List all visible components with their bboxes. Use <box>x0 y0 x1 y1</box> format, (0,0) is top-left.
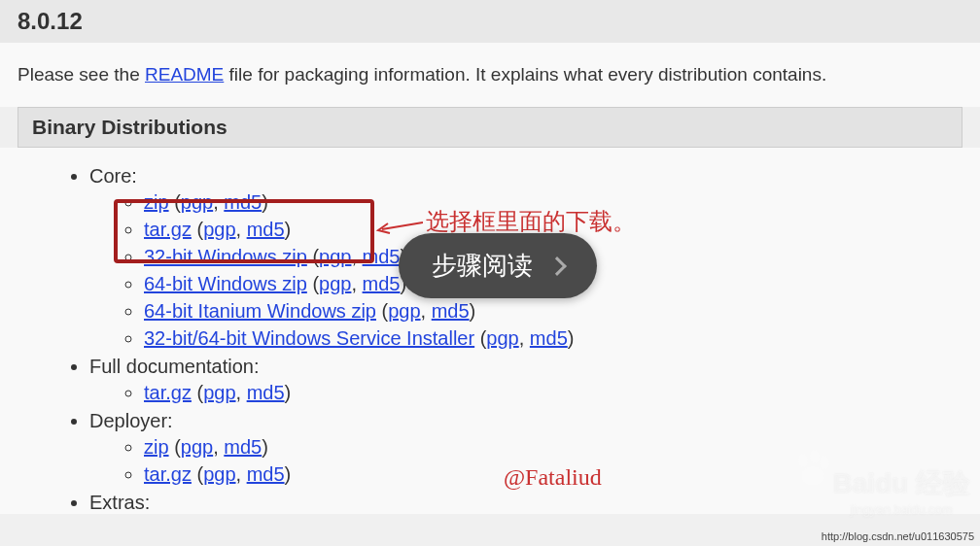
md5-link[interactable]: md5 <box>247 382 285 403</box>
author-handle: @Fataliud <box>504 464 602 491</box>
pgp-link[interactable]: pgp <box>181 436 213 458</box>
download-link-win64[interactable]: 64-bit Windows zip <box>144 273 307 294</box>
desc-prefix: Please see the <box>18 64 145 85</box>
list-item: zip (pgp, md5) <box>144 436 962 459</box>
md5-link[interactable]: md5 <box>363 273 401 294</box>
download-link-dep-targz[interactable]: tar.gz <box>144 463 192 485</box>
pgp-link[interactable]: pgp <box>203 463 235 485</box>
download-link-itanium[interactable]: 64-bit Itanium Windows zip <box>144 300 376 322</box>
md5-link[interactable]: md5 <box>530 327 568 349</box>
download-link-win32[interactable]: 32-bit Windows zip <box>144 246 307 267</box>
pgp-link[interactable]: pgp <box>319 246 351 267</box>
pgp-link[interactable]: pgp <box>486 327 518 349</box>
docs-items: tar.gz (pgp, md5) <box>144 382 962 404</box>
list-item: tar.gz (pgp, md5) <box>144 382 962 404</box>
baidu-paw-icon <box>793 449 832 488</box>
group-docs: Full documentation: tar.gz (pgp, md5) <box>89 356 962 404</box>
step-button-label: 步骤阅读 <box>432 249 533 283</box>
source-url-text: http://blog.csdn.net/u011630575 <box>822 530 974 542</box>
download-link-zip[interactable]: zip <box>144 191 169 213</box>
watermark-brand: Baidu 经验 <box>832 465 970 502</box>
section-header: Binary Distributions <box>18 107 962 148</box>
svg-point-2 <box>810 450 820 463</box>
md5-link[interactable]: md5 <box>247 219 285 240</box>
chevron-right-icon <box>547 256 567 276</box>
baidu-watermark: Baidu 经验 jingyan.baidu.com <box>832 465 970 517</box>
group-label: Full documentation: <box>89 356 260 377</box>
description-text: Please see the README file for packaging… <box>0 43 980 107</box>
group-label: Core: <box>89 165 137 187</box>
list-item: 64-bit Itanium Windows zip (pgp, md5) <box>144 300 962 323</box>
pgp-link[interactable]: pgp <box>319 273 351 294</box>
readme-link[interactable]: README <box>145 64 224 85</box>
md5-link[interactable]: md5 <box>224 436 262 458</box>
md5-link[interactable]: md5 <box>432 300 470 322</box>
download-link-docs-targz[interactable]: tar.gz <box>144 382 192 403</box>
download-link-dep-zip[interactable]: zip <box>144 436 169 458</box>
download-link-targz[interactable]: tar.gz <box>144 219 192 240</box>
svg-point-1 <box>798 454 808 467</box>
content-area: Core: zip (pgp, md5) tar.gz (pgp, md5) 3… <box>0 148 980 514</box>
md5-link[interactable]: md5 <box>224 191 262 213</box>
list-item: zip (pgp, md5) <box>144 191 962 214</box>
pgp-link[interactable]: pgp <box>388 300 420 322</box>
md5-link[interactable]: md5 <box>363 246 401 267</box>
list-item: 32-bit/64-bit Windows Service Installer … <box>144 327 962 350</box>
watermark-url: jingyan.baidu.com <box>832 502 970 517</box>
desc-suffix: file for packaging information. It expla… <box>224 64 826 85</box>
step-read-button[interactable]: 步骤阅读 <box>399 233 597 298</box>
pgp-link[interactable]: pgp <box>203 219 235 240</box>
svg-point-4 <box>801 466 824 486</box>
pgp-link[interactable]: pgp <box>181 191 213 213</box>
md5-link[interactable]: md5 <box>247 463 285 485</box>
pgp-link[interactable]: pgp <box>203 382 235 403</box>
version-header: 8.0.12 <box>0 0 980 43</box>
group-label: Extras: <box>89 492 150 513</box>
svg-point-3 <box>820 456 829 469</box>
download-link-installer[interactable]: 32-bit/64-bit Windows Service Installer <box>144 327 474 349</box>
group-label: Deployer: <box>89 410 173 431</box>
